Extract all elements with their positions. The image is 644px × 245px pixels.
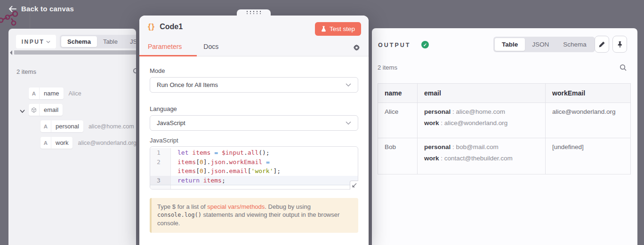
chevron-down-icon bbox=[346, 121, 351, 125]
schema-key: email bbox=[40, 104, 63, 116]
expand-diagonal-icon bbox=[352, 183, 357, 188]
type-object-icon bbox=[29, 104, 40, 116]
tab-json[interactable]: JSON bbox=[124, 36, 136, 47]
schema-key: work bbox=[51, 137, 72, 149]
code-editor-label: JavaScript bbox=[150, 137, 178, 144]
type-string-icon: A bbox=[29, 87, 40, 99]
modal-header: {} Code1 Test step Parameters Docs bbox=[139, 16, 369, 56]
cell-workemail-undefined: [undefined] bbox=[546, 138, 631, 174]
tree-row-name[interactable]: A name Alice bbox=[29, 87, 81, 99]
output-panel-title: OUTPUT bbox=[378, 42, 411, 48]
table-row[interactable]: Bob personal : bob@mail.com work : conta… bbox=[378, 138, 631, 174]
table-header-row: name email workEmail bbox=[378, 84, 631, 103]
tab-table[interactable]: Table bbox=[97, 36, 124, 47]
schema-key-pill[interactable]: A name bbox=[29, 87, 64, 99]
node-details-view: Back to canvas INPUT Schema Table JSON bbox=[0, 0, 644, 245]
test-step-button[interactable]: Test step bbox=[315, 22, 361, 36]
schema-value: alice@wonderland.org bbox=[78, 140, 136, 146]
column-header-workemail: workEmail bbox=[546, 84, 631, 103]
collapse-chevron-icon[interactable] bbox=[20, 107, 25, 115]
chevron-down-icon bbox=[346, 83, 351, 87]
input-view-tabs: Schema Table JSON bbox=[60, 35, 136, 48]
expand-editor-button[interactable] bbox=[350, 181, 358, 190]
horizontal-scrollbar[interactable] bbox=[14, 50, 136, 55]
flask-icon bbox=[321, 26, 326, 32]
cell-workemail: alice@wonderland.org bbox=[546, 103, 631, 138]
scroll-left-arrow[interactable] bbox=[10, 50, 12, 55]
column-header-name: name bbox=[378, 84, 418, 103]
search-icon[interactable] bbox=[620, 64, 627, 73]
code-line-active: 3 return items; bbox=[150, 176, 358, 186]
node-title: Code1 bbox=[160, 23, 183, 31]
tab-schema[interactable]: Schema bbox=[61, 36, 97, 47]
gear-icon[interactable] bbox=[353, 44, 360, 51]
pushpin-icon bbox=[617, 41, 623, 48]
type-string-icon: A bbox=[40, 137, 51, 149]
schema-value: alice@home.com bbox=[89, 123, 134, 130]
tree-row-personal[interactable]: A personal alice@home.com bbox=[40, 120, 134, 132]
schema-key: personal bbox=[51, 120, 83, 132]
output-panel: OUTPUT ✓ Table JSON Schema 2 items name … bbox=[372, 28, 637, 245]
tab-parameters[interactable]: Parameters bbox=[148, 43, 182, 56]
schema-key-pill[interactable]: A personal bbox=[40, 120, 83, 132]
drag-handle[interactable] bbox=[237, 9, 271, 16]
code-line: 2 items[0].json.workEmail = bbox=[150, 158, 358, 167]
edit-output-button[interactable] bbox=[595, 36, 609, 53]
output-table: name email workEmail Alice personal : al… bbox=[378, 83, 631, 174]
workflow-nodes-icon bbox=[0, 10, 23, 29]
input-panel: INPUT Schema Table JSON 2 items A name A… bbox=[8, 29, 136, 245]
schema-value: Alice bbox=[69, 90, 81, 97]
pencil-icon bbox=[598, 41, 605, 48]
tab-table[interactable]: Table bbox=[495, 38, 525, 51]
tab-json[interactable]: JSON bbox=[525, 38, 556, 51]
drag-handle-dots-icon bbox=[247, 11, 261, 14]
code-line: 1 let items = $input.all(); bbox=[150, 148, 358, 158]
mode-label: Mode bbox=[150, 67, 165, 74]
code-editor[interactable]: 1 let items = $input.all(); 2 items[0].j… bbox=[150, 146, 358, 190]
chevron-down-icon bbox=[46, 40, 50, 43]
back-label: Back to canvas bbox=[21, 5, 74, 13]
output-items-count: 2 items bbox=[378, 64, 397, 71]
schema-key-pill[interactable]: email bbox=[29, 104, 63, 116]
tab-docs[interactable]: Docs bbox=[203, 43, 218, 56]
search-icon[interactable] bbox=[133, 68, 136, 77]
cell-email: personal : alice@home.com work : alice@w… bbox=[418, 103, 546, 138]
language-select[interactable]: JavaScript bbox=[150, 115, 358, 131]
input-source-dropdown[interactable]: INPUT bbox=[16, 35, 56, 48]
modal-tabs: Parameters Docs bbox=[148, 43, 218, 56]
editor-hint-callout: Type $ for a list of special vars/method… bbox=[150, 198, 358, 233]
active-tab-underline bbox=[139, 55, 197, 56]
input-panel-title: INPUT bbox=[22, 39, 45, 45]
code-node-icon: {} bbox=[148, 22, 155, 32]
editor-filler bbox=[150, 185, 358, 189]
cell-email: personal : bob@mail.com work : contact@t… bbox=[418, 138, 546, 174]
special-vars-link[interactable]: special vars/methods bbox=[207, 203, 265, 210]
pin-data-button[interactable] bbox=[612, 36, 627, 53]
output-view-tabs: Table JSON Schema bbox=[493, 37, 595, 52]
tab-schema[interactable]: Schema bbox=[556, 38, 594, 51]
input-items-count: 2 items bbox=[16, 68, 36, 75]
tree-row-email[interactable]: email bbox=[29, 104, 63, 116]
column-header-email: email bbox=[418, 84, 546, 103]
success-check-icon: ✓ bbox=[421, 41, 429, 48]
schema-key-pill[interactable]: A work bbox=[40, 137, 72, 149]
mode-select[interactable]: Run Once for All Items bbox=[150, 77, 358, 93]
schema-key: name bbox=[40, 87, 64, 99]
type-string-icon: A bbox=[40, 120, 51, 132]
tree-row-work[interactable]: A work alice@wonderland.org bbox=[40, 137, 136, 149]
table-row[interactable]: Alice personal : alice@home.com work : a… bbox=[378, 103, 631, 138]
node-settings-modal: {} Code1 Test step Parameters Docs bbox=[139, 16, 369, 245]
language-label: Language bbox=[150, 105, 177, 112]
cell-name: Bob bbox=[378, 138, 418, 174]
code-line-wrapped: items[0].json.email['work']; bbox=[150, 166, 358, 176]
cell-name: Alice bbox=[378, 103, 418, 138]
